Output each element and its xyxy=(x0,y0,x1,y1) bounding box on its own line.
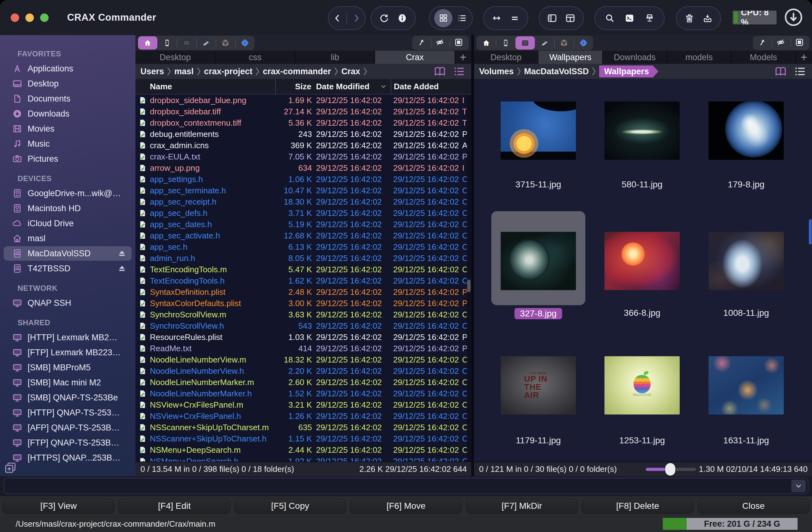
sidebar-item-masl[interactable]: masl xyxy=(4,231,132,246)
table-row[interactable]: crax-EULA.txt7.05 K29/12/25 16:42:0229/1… xyxy=(135,151,471,162)
breadcrumb-item[interactable]: MacDataVolSSD xyxy=(524,67,589,76)
table-row[interactable]: crax_admin.icns369 K29/12/25 16:42:0229/… xyxy=(135,140,471,151)
network-location-icon[interactable] xyxy=(216,36,235,49)
sidebar-item--smb-mac-mini-m2[interactable]: [SMB] Mac mini M2 xyxy=(4,375,132,390)
table-row[interactable]: NSView+CrxFilesPanel.m3.21 K29/12/25 16:… xyxy=(135,399,471,411)
zoom-window-button[interactable] xyxy=(40,14,48,22)
home-location-icon[interactable] xyxy=(138,36,157,49)
sidebar-item-icloud-drive[interactable]: iCloud Drive xyxy=(4,216,132,231)
sidebar-item-applications[interactable]: Applications xyxy=(4,61,132,76)
breadcrumb-item[interactable]: masl xyxy=(174,67,194,76)
show-hidden-files-icon[interactable] xyxy=(772,36,791,49)
external-disk-location-icon[interactable] xyxy=(177,36,196,49)
sidebar-item-qnap-ssh[interactable]: QNAP SSH xyxy=(4,296,132,310)
home-location-icon[interactable] xyxy=(477,36,496,49)
network-location-icon[interactable] xyxy=(554,36,574,49)
column-header-name[interactable]: Name xyxy=(150,82,275,91)
function-button--f3-view[interactable]: [F3] View xyxy=(2,498,114,514)
breadcrumb-item[interactable]: Volumes xyxy=(479,67,514,76)
thumbnail-label[interactable]: 179-8.jpg xyxy=(696,179,796,190)
external-disk-location-icon[interactable] xyxy=(516,36,535,49)
cpu-monitor[interactable]: CPU: 8 % xyxy=(733,11,777,25)
sort-reverse-icon[interactable] xyxy=(412,36,431,49)
table-row[interactable]: ResourceRules.plist1.03 K29/12/25 16:42:… xyxy=(135,331,471,343)
close-window-button[interactable] xyxy=(11,14,19,22)
table-row[interactable]: NoodleLineNumberMarker.h1.52 K29/12/25 1… xyxy=(135,388,471,399)
function-button--f6-move[interactable]: [F6] Move xyxy=(350,498,462,514)
thumbnail-label[interactable]: 1179-11.jpg xyxy=(488,435,589,445)
bookmarks-icon[interactable] xyxy=(432,64,447,78)
back-icon[interactable] xyxy=(332,13,343,24)
flash-disk-location-icon[interactable] xyxy=(196,36,216,49)
new-tab-button[interactable]: + xyxy=(796,51,812,64)
sidebar-item--ftp-qnap-ts-253be-ftp-[interactable]: [FTP] QNAP-TS-253Be(FTP) xyxy=(4,435,132,450)
eject-icon[interactable] xyxy=(117,264,127,273)
table-row[interactable]: NSScanner+SkipUpToCharset.m63529/12/25 1… xyxy=(135,422,471,433)
internet-location-icon[interactable] xyxy=(574,36,593,49)
tab-crax[interactable]: Crax xyxy=(375,51,455,64)
table-row[interactable]: TextEncodingTools.h1.62 K29/12/25 16:42:… xyxy=(135,275,471,286)
sidebar-item-t42tbssd[interactable]: T42TBSSD xyxy=(4,261,132,276)
tab-lib[interactable]: lib xyxy=(295,51,375,64)
history-list-icon[interactable] xyxy=(793,64,808,78)
show-hidden-files-icon[interactable] xyxy=(431,36,450,49)
function-button--f4-edit[interactable]: [F4] Edit xyxy=(118,498,230,514)
sidebar-item-desktop[interactable]: Desktop xyxy=(4,76,132,91)
breadcrumb-item[interactable]: crax-commander xyxy=(263,67,331,76)
iphone-location-icon[interactable] xyxy=(496,36,516,49)
toppanel-icon[interactable] xyxy=(565,13,576,24)
table-row[interactable]: admin_run.h8.05 K29/12/25 16:42:0229/12/… xyxy=(135,252,471,264)
tab-downloads[interactable]: Downloads xyxy=(603,51,667,64)
sidebar-item--ftp-lexmark-mb2236adw[interactable]: [FTP] Lexmark MB2236adw xyxy=(4,345,132,360)
network-drive-icon[interactable] xyxy=(644,13,655,24)
thumbnail-label[interactable]: 1631-11.jpg xyxy=(696,435,796,445)
thumbnail-580-11.jpg[interactable] xyxy=(605,102,680,160)
thumbnail-179-8.jpg[interactable] xyxy=(709,102,784,160)
slider-knob[interactable] xyxy=(665,463,675,476)
refresh-icon[interactable] xyxy=(379,13,389,24)
sidebar-item-downloads[interactable]: Downloads xyxy=(4,106,132,121)
search-icon[interactable] xyxy=(605,13,615,24)
sidebar-item--http-qnap-ts-253be[interactable]: [HTTP] QNAP-TS-253Be xyxy=(4,405,132,420)
breadcrumb-item[interactable]: crax-project xyxy=(204,67,253,76)
table-row[interactable]: SyntaxDefinition.plist2.48 K29/12/25 16:… xyxy=(135,286,471,298)
tab-models[interactable]: models xyxy=(667,51,731,64)
command-input[interactable] xyxy=(4,478,808,494)
breadcrumb-item[interactable]: Crax xyxy=(342,67,360,76)
iphone-location-icon[interactable] xyxy=(157,36,177,49)
left-pane-scrollbar-thumb[interactable] xyxy=(467,280,470,292)
table-row[interactable]: app_sec_dates.h5.19 K29/12/25 16:42:0229… xyxy=(135,219,471,230)
table-row[interactable]: dropbox_sidebar.tiff27.14 K29/12/25 16:4… xyxy=(135,106,471,117)
sidebar-item--http-lexmark-mb2236adw[interactable]: [HTTP] Lexmark MB2236adw xyxy=(4,330,132,345)
table-row[interactable]: NSView+CrxFilesPanel.h1.26 K29/12/25 16:… xyxy=(135,411,471,422)
trash-icon[interactable] xyxy=(684,13,695,24)
tab-models[interactable]: Models xyxy=(731,51,796,64)
minimize-window-button[interactable] xyxy=(25,14,34,22)
bookmarks-icon[interactable] xyxy=(773,64,788,78)
new-window-tab-icon[interactable] xyxy=(4,461,17,474)
pane-splitter[interactable] xyxy=(471,35,474,476)
thumbnail-label[interactable]: 3715-11.jpg xyxy=(488,179,589,190)
sidebar-panel-icon[interactable] xyxy=(547,13,557,24)
thumbnail-1631-11.jpg[interactable] xyxy=(709,356,784,414)
new-tab-button[interactable]: + xyxy=(455,51,471,64)
sidebar-item-music[interactable]: Music xyxy=(4,137,132,151)
thumbnail-label[interactable]: 366-8.jpg xyxy=(592,308,692,318)
sidebar-item-pictures[interactable]: Pictures xyxy=(4,152,132,166)
tab-wallpapers[interactable]: Wallpapers xyxy=(538,51,603,64)
function-button-close[interactable]: Close xyxy=(698,498,810,514)
column-header-date-modified[interactable]: Date Modified xyxy=(314,82,391,91)
table-row[interactable]: NSMenu+DeepSearch.m2.44 K29/12/25 16:42:… xyxy=(135,444,471,456)
downloads-progress-button[interactable] xyxy=(783,7,804,28)
thumbnail-327-8.jpg[interactable] xyxy=(501,232,576,290)
tab-desktop[interactable]: Desktop xyxy=(135,51,215,64)
function-button--f7-mkdir[interactable]: [F7] MkDir xyxy=(466,498,578,514)
right-pane-scrollbar-thumb[interactable] xyxy=(809,219,812,245)
thumbnail-size-slider[interactable] xyxy=(646,463,696,476)
flash-disk-location-icon[interactable] xyxy=(535,36,554,49)
table-row[interactable]: NoodleLineNumberView.h2.20 K29/12/25 16:… xyxy=(135,365,471,376)
left-pane-scrollbar[interactable] xyxy=(466,94,471,462)
thumbnail-label[interactable]: 1008-11.jpg xyxy=(696,308,796,318)
sidebar-item--smb-mbprom5[interactable]: [SMB] MBProM5 xyxy=(4,360,132,375)
column-header-date-added[interactable]: Date Added xyxy=(391,79,461,94)
